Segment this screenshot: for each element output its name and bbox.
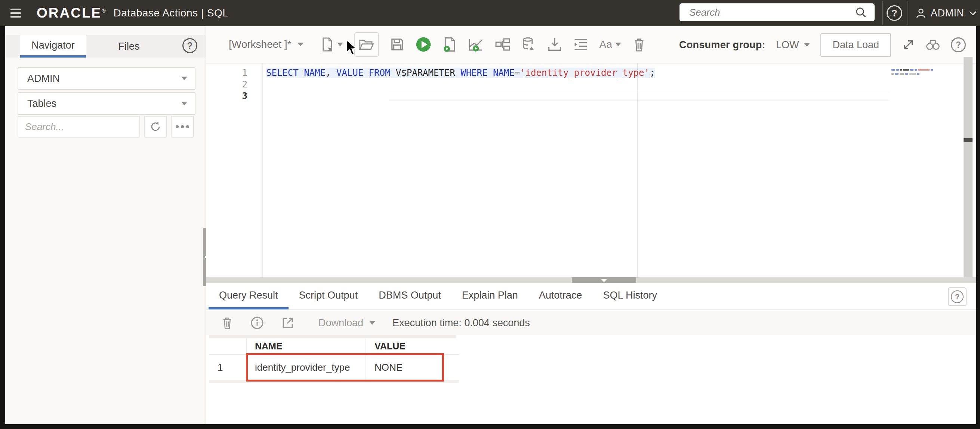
results-toolbar: Download Execution time: 0.004 seconds (206, 311, 976, 335)
result-info-button[interactable] (250, 316, 264, 330)
new-worksheet-button[interactable] (321, 37, 343, 52)
chevron-down-icon (181, 102, 187, 105)
tab-dbms-output[interactable]: DBMS Output (368, 283, 452, 310)
worksheet-help-button[interactable]: ? (951, 37, 966, 52)
top-bar: ORACLE® Database Actions | SQL ? ADMIN (0, 0, 980, 26)
chevron-down-icon (968, 10, 978, 16)
column-header-name[interactable]: NAME (247, 338, 366, 354)
tab-navigator[interactable]: Navigator (20, 35, 86, 57)
oracle-database-actions-page: ORACLE® Database Actions | SQL ? ADMIN (0, 0, 980, 429)
save-button[interactable] (390, 37, 404, 52)
explain-plan-button[interactable] (495, 37, 511, 52)
execution-time: Execution time: 0.004 seconds (393, 317, 530, 329)
editor-line-3: 3 (206, 91, 976, 102)
schema-select[interactable]: ADMIN (18, 67, 196, 90)
main-area: [Worksheet ]* (206, 26, 976, 424)
sidebar-help-button[interactable]: ? (182, 38, 197, 53)
worksheet-selector[interactable]: [Worksheet ]* (229, 38, 304, 51)
worksheet-toolbar-left: [Worksheet ]* (229, 32, 646, 57)
user-name: ADMIN (931, 8, 964, 19)
row-number-cell: 1 (209, 354, 247, 380)
object-search-input[interactable] (18, 116, 140, 138)
worksheet-title: [Worksheet ]* (229, 38, 291, 51)
help-icon: ? (951, 37, 966, 52)
run-script-button[interactable] (442, 37, 457, 52)
expand-editor-button[interactable] (902, 38, 915, 52)
name-cell: identity_provider_type (247, 354, 366, 380)
tab-files[interactable]: Files (101, 35, 157, 57)
column-header-value[interactable]: VALUE (366, 338, 458, 354)
user-icon (915, 7, 927, 19)
sql-editor[interactable]: 1 SELECT NAME, VALUE FROM V$PARAMETER WH… (206, 64, 976, 277)
chevron-down-icon (804, 43, 810, 47)
object-type-select-value: Tables (27, 98, 181, 110)
pane-splitter[interactable] (206, 277, 976, 283)
text-size-label: Aa (600, 38, 612, 51)
line-number: 2 (206, 79, 247, 91)
worksheet-toolbar: [Worksheet ]* (206, 26, 976, 64)
sidebar: Navigator Files ? ADMIN Tables (5, 26, 206, 424)
find-button[interactable] (926, 38, 940, 52)
download-label: Download (318, 317, 363, 329)
logo-registered-mark: ® (102, 8, 107, 14)
help-icon: ? (951, 290, 964, 303)
line-number: 1 (206, 67, 247, 79)
global-search-box[interactable] (679, 3, 875, 21)
worksheet-toolbar-right: Consumer group: LOW Data Load (679, 26, 966, 64)
editor-line-1: 1 SELECT NAME, VALUE FROM V$PARAMETER WH… (206, 67, 976, 79)
tab-sql-history[interactable]: SQL History (592, 283, 668, 310)
consumer-group-value: LOW (776, 39, 799, 51)
value-cell: NONE (366, 354, 458, 380)
chevron-down-icon (337, 43, 343, 46)
editor-scrollbar[interactable] (964, 57, 972, 277)
topbar-help-button[interactable]: ? (886, 5, 902, 21)
oracle-logo: ORACLE® (37, 5, 107, 21)
splitter-handle[interactable] (572, 277, 636, 283)
text-size-button[interactable]: Aa (600, 38, 621, 51)
refresh-icon (149, 120, 162, 133)
results-help-button[interactable]: ? (948, 288, 967, 306)
row-number-header[interactable] (209, 338, 247, 354)
hamburger-menu-icon[interactable] (4, 0, 28, 26)
download-worksheet-button[interactable] (547, 37, 562, 52)
grid-header-row: NAME VALUE (209, 338, 459, 354)
more-actions-button[interactable] (171, 116, 194, 138)
sql-statement: SELECT NAME, VALUE FROM V$PARAMETER WHER… (266, 67, 655, 79)
mouse-cursor (345, 40, 358, 56)
format-button[interactable] (573, 38, 588, 51)
chevron-down-icon (615, 43, 621, 46)
tab-explain-plan[interactable]: Explain Plan (452, 283, 528, 310)
chevron-down-icon (298, 43, 304, 46)
tab-script-output[interactable]: Script Output (288, 283, 369, 310)
result-grid: NAME VALUE 1 identity_provider_type NONE (209, 338, 459, 383)
sidebar-search-row (18, 116, 196, 138)
tab-query-result[interactable]: Query Result (208, 283, 288, 310)
refresh-button[interactable] (144, 116, 167, 138)
open-in-new-button[interactable] (281, 316, 294, 330)
clear-results-button[interactable] (221, 316, 233, 330)
schema-select-value: ADMIN (27, 73, 181, 84)
open-folder-icon (359, 38, 374, 51)
autotrace-button[interactable] (468, 37, 484, 52)
data-load-button[interactable]: Data Load (820, 33, 891, 57)
user-menu[interactable]: ADMIN (915, 0, 978, 26)
global-search-input[interactable] (679, 7, 854, 18)
run-statement-button[interactable] (415, 37, 431, 52)
download-results-button[interactable]: Download (318, 317, 375, 329)
product-title: Database Actions | SQL (114, 7, 229, 19)
editor-minimap (891, 69, 936, 77)
app-body: Navigator Files ? ADMIN Tables (5, 26, 976, 424)
clear-worksheet-button[interactable] (632, 37, 646, 52)
sidebar-tab-bar: Navigator Files (5, 35, 205, 57)
search-icon (854, 6, 867, 19)
help-icon: ? (886, 5, 902, 21)
object-type-select[interactable]: Tables (18, 92, 196, 115)
table-row[interactable]: 1 identity_provider_type NONE (209, 354, 459, 380)
chevron-down-icon (369, 321, 375, 325)
sql-history-button[interactable] (522, 37, 536, 52)
consumer-group-select[interactable]: LOW (776, 39, 810, 51)
open-file-button[interactable] (354, 32, 379, 57)
tab-autotrace[interactable]: Autotrace (528, 283, 593, 310)
results-tab-bar: Query Result Script Output DBMS Output E… (206, 283, 976, 310)
topbar-divider (907, 1, 908, 25)
